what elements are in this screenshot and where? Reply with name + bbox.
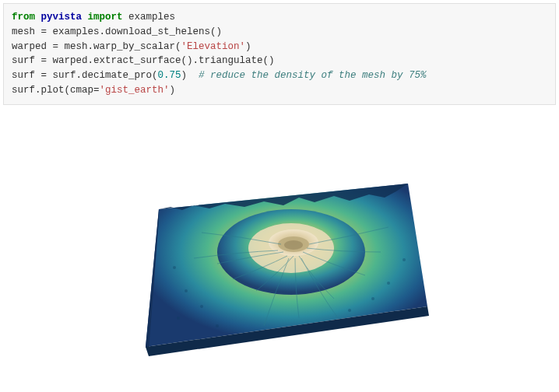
code-line-6-post: ) [170, 85, 176, 96]
svg-point-6 [403, 258, 406, 261]
code-line-3-pre: warped = mesh.warp_by_scalar( [12, 41, 181, 52]
keyword-import: import [88, 12, 123, 23]
code-line-4: surf = warped.extract_surface().triangul… [12, 55, 275, 66]
svg-point-9 [348, 309, 351, 312]
svg-point-10 [177, 317, 180, 320]
terrain-3d-surface [100, 135, 459, 376]
svg-point-4 [173, 266, 176, 269]
string-literal: 'gist_earth' [100, 85, 170, 96]
code-line-5-mid: ) [181, 70, 199, 81]
svg-point-2 [185, 289, 188, 292]
svg-point-3 [200, 305, 203, 308]
plot-output[interactable] [0, 108, 559, 393]
module-name: pyvista [41, 12, 83, 23]
code-block: from pyvista import examples mesh = exam… [3, 3, 556, 105]
string-literal: 'Elevation' [181, 41, 246, 52]
code-line-6-pre: surf.plot(cmap= [12, 85, 100, 96]
code-line-5-pre: surf = surf.decimate_pro( [12, 70, 158, 81]
svg-point-8 [216, 324, 219, 327]
svg-point-5 [387, 282, 390, 285]
import-name: examples [128, 12, 175, 23]
code-line-3-post: ) [245, 41, 251, 52]
svg-point-1 [284, 240, 303, 250]
number-literal: 0.75 [158, 70, 181, 81]
comment: # reduce the density of the mesh by 75% [199, 70, 427, 81]
keyword-from: from [12, 12, 35, 23]
code-line-2: mesh = examples.download_st_helens() [12, 26, 222, 37]
svg-point-7 [371, 297, 374, 300]
